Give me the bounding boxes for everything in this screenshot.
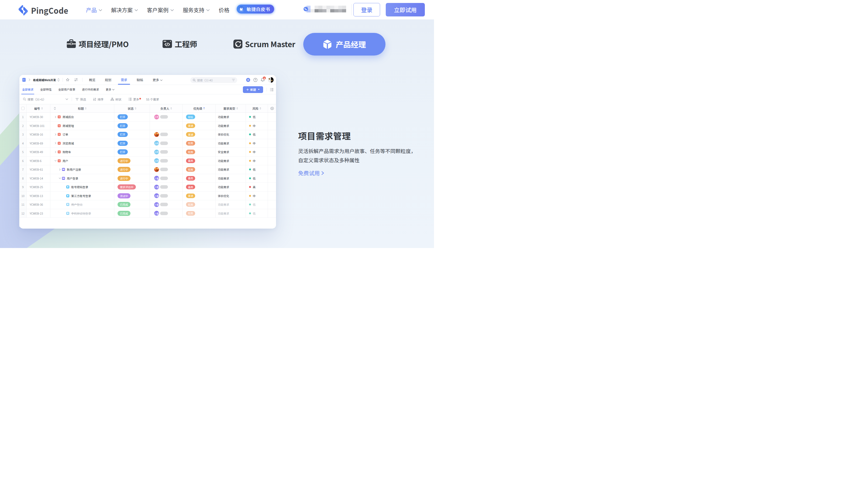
help-icon[interactable]	[253, 78, 258, 82]
sort-carets-icon[interactable]	[170, 107, 172, 109]
status-pill[interactable]: 打开	[118, 141, 128, 146]
row-title-cell[interactable]: 浏览商城	[50, 139, 114, 148]
assignee-photo-avatar[interactable]	[154, 132, 159, 137]
view-tab-1[interactable]: 全部需求	[22, 85, 33, 94]
status-pill[interactable]: 打开	[118, 149, 128, 154]
notifications-bell[interactable]: 4	[261, 78, 265, 82]
column-label[interactable]: 风险	[252, 106, 261, 110]
sort-carets-icon[interactable]	[85, 107, 87, 109]
select-all-checkbox[interactable]	[21, 107, 25, 110]
row-title-cell[interactable]: 用户登录	[50, 174, 114, 183]
sort-carets-icon[interactable]	[260, 107, 261, 109]
priority-pill[interactable]: 较低	[186, 114, 195, 119]
priority-pill[interactable]: 普通	[186, 132, 195, 137]
view-tab-2[interactable]: 全部特性	[40, 85, 51, 94]
row-title-cell[interactable]: 手机验证码登录	[50, 209, 114, 218]
app-tab-4[interactable]: 缺陷	[137, 75, 143, 84]
status-pill[interactable]: 打开	[118, 132, 128, 137]
sort-button[interactable]: 排序	[93, 97, 104, 102]
persona-tab-1[interactable]: 项目经理/PMO	[66, 38, 128, 49]
row-title-cell[interactable]: 订单	[50, 130, 114, 139]
gear-icon[interactable]	[270, 107, 274, 110]
column-label[interactable]: 负责人	[160, 106, 172, 110]
collapse-row-icon[interactable]	[59, 177, 61, 179]
status-pill[interactable]: 需求评估中	[118, 184, 136, 189]
column-label[interactable]: 编号	[34, 106, 43, 110]
sort-carets-icon[interactable]	[135, 107, 136, 109]
project-title[interactable]: 易成商城Web开发	[33, 78, 56, 82]
toolbar-search[interactable]: 搜索（⌘+G）	[23, 97, 68, 102]
view-list-icon[interactable]	[270, 88, 274, 91]
tree-view-button[interactable]: 树状	[110, 97, 121, 102]
star-icon[interactable]	[66, 78, 69, 82]
nav-menu-item-5[interactable]: 价格	[219, 6, 229, 14]
collapse-row-icon[interactable]	[55, 159, 57, 162]
user-avatar[interactable]	[268, 77, 274, 83]
row-title-cell[interactable]: 用户	[50, 157, 114, 165]
free-trial-link[interactable]: 免费试用	[298, 169, 420, 177]
create-icon[interactable]	[246, 78, 250, 82]
login-button[interactable]: 登录	[353, 3, 380, 16]
app-tab-1[interactable]: 概览	[89, 75, 95, 84]
pingcode-logo[interactable]: PingCode	[19, 4, 68, 16]
app-tab-2[interactable]: 规划	[105, 75, 111, 84]
whitepaper-button[interactable]: 敏捷白皮书	[237, 4, 275, 14]
expand-all-icon[interactable]	[53, 107, 56, 110]
filter-button[interactable]: 筛选	[76, 97, 86, 102]
expand-row-icon[interactable]	[59, 169, 61, 171]
free-trial-button[interactable]: 立即试用	[386, 3, 425, 16]
status-pill[interactable]: 打开	[118, 123, 128, 128]
assignee-avatar[interactable]: 小帅	[154, 158, 159, 163]
persona-tab-3[interactable]: Scrum Master	[233, 38, 295, 49]
column-label[interactable]: 状态	[128, 106, 136, 110]
priority-pill[interactable]: 普通	[186, 193, 195, 198]
new-item-button[interactable]: 新建	[243, 86, 263, 93]
priority-pill[interactable]: 较高	[186, 167, 195, 172]
expand-row-icon[interactable]	[55, 134, 57, 136]
status-pill[interactable]: 已完成	[118, 211, 130, 216]
persona-tab-2[interactable]: 工程师	[162, 38, 197, 49]
row-title-cell[interactable]: 商城管理	[50, 122, 114, 130]
column-label[interactable]: 标题	[78, 106, 87, 110]
more-button[interactable]: 更多	[128, 97, 139, 102]
priority-pill[interactable]: 最高	[186, 185, 195, 189]
status-pill[interactable]: 已完成	[118, 202, 130, 207]
column-label[interactable]: 需求类型	[223, 106, 238, 110]
nav-menu-item-2[interactable]: 解决方案	[111, 6, 138, 14]
status-pill[interactable]: 打开	[118, 114, 128, 120]
project-icon[interactable]	[22, 78, 26, 82]
status-pill[interactable]: 测试中	[118, 193, 130, 198]
sort-carets-icon[interactable]	[203, 107, 205, 109]
assignee-avatar[interactable]: 小董	[154, 202, 159, 207]
assignee-avatar[interactable]: 小董	[154, 185, 159, 189]
row-title-cell[interactable]: 新用户注册	[50, 165, 114, 174]
expand-row-icon[interactable]	[55, 151, 57, 153]
view-tab-3[interactable]: 全部用户故事	[58, 85, 75, 94]
status-pill[interactable]: 进行中	[118, 176, 130, 181]
view-tab-5[interactable]: 更多	[106, 85, 114, 94]
sort-carets-icon[interactable]	[41, 107, 43, 109]
column-label[interactable]: 优先级	[193, 106, 205, 110]
row-title-cell[interactable]: 用户登出	[50, 200, 114, 209]
priority-pill[interactable]: 较高	[186, 150, 195, 154]
priority-pill[interactable]: 普通	[186, 123, 195, 128]
project-switcher-icon[interactable]	[57, 78, 60, 82]
assignee-avatar[interactable]: 小董	[154, 176, 159, 181]
assignee-avatar[interactable]: 小董	[154, 211, 159, 216]
nav-menu-item-4[interactable]: 服务支持	[183, 6, 210, 14]
row-title-cell[interactable]: 账号密码登录	[50, 183, 114, 191]
assignee-avatar[interactable]: 小帅	[154, 150, 159, 154]
row-title-cell[interactable]: 购物车	[50, 148, 114, 156]
priority-pill[interactable]: 较高	[186, 141, 195, 145]
status-pill[interactable]: 进行中	[118, 167, 130, 172]
priority-pill[interactable]: 最高	[186, 158, 195, 163]
view-tab-4[interactable]: 进行中的需求	[82, 85, 99, 94]
row-title-cell[interactable]: 第三方账号登录	[50, 192, 114, 200]
app-tab-5[interactable]: 更多	[153, 75, 162, 84]
row-title-cell[interactable]: 商城后台	[50, 113, 114, 121]
persona-tab-4-selected[interactable]: 产品经理	[303, 33, 386, 56]
priority-pill[interactable]: 较高	[186, 211, 195, 216]
assignee-avatar[interactable]: 小帅	[154, 141, 159, 145]
assignee-photo-avatar[interactable]	[154, 167, 159, 172]
expand-row-icon[interactable]	[55, 116, 57, 118]
